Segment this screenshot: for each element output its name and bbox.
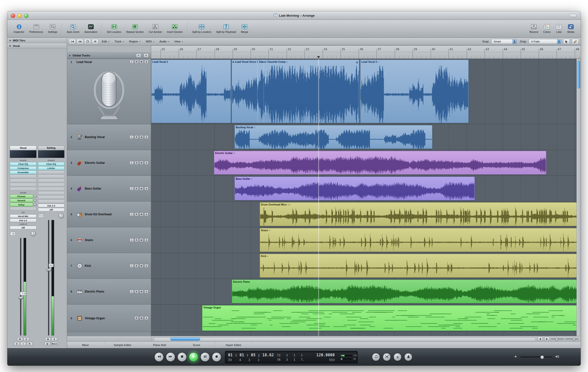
tab-piano-roll[interactable]: Piano Roll — [141, 342, 178, 348]
solo-button[interactable]: S — [144, 316, 148, 320]
record-button[interactable] — [212, 352, 221, 362]
track-header-backing-vocal[interactable]: 2Backing VocalIRMS — [67, 124, 151, 150]
solo-button[interactable]: S — [144, 238, 148, 242]
region-snare[interactable]: Snare ○ — [260, 228, 576, 252]
track-lane-snare[interactable]: Snare ○ — [151, 227, 576, 253]
volume-slider-thumb[interactable] — [540, 355, 544, 359]
horizontal-scrollbar-thumb[interactable] — [170, 337, 200, 341]
insert-slot-empty[interactable] — [10, 183, 37, 187]
vertical-scrollbar-thumb[interactable] — [577, 61, 580, 89]
vertical-scrollbar[interactable] — [576, 59, 581, 336]
volume-slider[interactable] — [520, 357, 552, 358]
pointer-tool-button[interactable] — [563, 39, 570, 44]
input-monitor-button[interactable]: I — [130, 213, 134, 216]
region-backing-vocal[interactable]: Backing Vocal ○ — [234, 125, 432, 149]
toolbar-button-bounce[interactable]: Bounce — [527, 23, 541, 35]
scroll-left-button[interactable] — [538, 337, 543, 341]
track-lane-bass-guitar[interactable]: Bass Guitar ○ — [151, 176, 576, 202]
midi-in-button[interactable] — [84, 39, 91, 44]
input-monitor-button[interactable]: I — [130, 187, 134, 191]
toolbar-button-settings[interactable]: Settings — [46, 23, 60, 35]
toolbar-button-split-by-playhead[interactable]: Split by Playhead — [214, 23, 238, 35]
track-header-drum-kit-overhead[interactable]: 5Drum Kit OverheadIRMS — [67, 202, 151, 227]
send-slot-empty[interactable] — [38, 195, 65, 199]
mute-button[interactable]: M — [139, 290, 144, 294]
record-enable-button[interactable]: R — [135, 135, 139, 139]
strip-button-s[interactable]: S — [24, 337, 29, 341]
playhead-marker[interactable] — [317, 56, 320, 58]
menu-region[interactable]: Region▼ — [127, 38, 143, 45]
send-slot-phones[interactable]: Phones — [10, 194, 33, 198]
insert-slot-ensemble[interactable]: Ensemble — [10, 170, 37, 174]
solo-button[interactable]: S — [144, 264, 148, 268]
pan-knob[interactable] — [59, 213, 64, 218]
strip-button-m[interactable]: M — [17, 337, 23, 341]
track-lane-drum-kit-overhead[interactable]: Drum Overhead Mics ○○ — [151, 202, 576, 227]
horizontal-scrollbar[interactable] — [154, 337, 536, 341]
tab-mixer[interactable]: Mixer — [67, 342, 104, 348]
menu-audio[interactable]: Audio▼ — [157, 38, 172, 45]
drag-select[interactable]: X-Fade — [529, 39, 561, 44]
toolbar-button-preferences[interactable]: Preferences — [27, 23, 46, 35]
insert-slot-empty[interactable] — [10, 179, 37, 182]
solo-button[interactable]: S — [144, 135, 148, 139]
menu-midi[interactable]: MIDI▼ — [143, 38, 157, 45]
toolbar-button-insert-section[interactable]: Insert Section — [164, 23, 185, 35]
fader-value[interactable]: 0.0 — [49, 264, 54, 267]
autopunch-button[interactable] — [383, 353, 391, 361]
record-enable-button[interactable]: R — [135, 60, 139, 64]
stop-button[interactable] — [177, 352, 187, 362]
track-lane-vintage-organ[interactable]: Vintage Organ — [151, 305, 576, 332]
input-monitor-button[interactable]: I — [130, 60, 134, 64]
play-button[interactable] — [189, 352, 198, 362]
inspector-disclosure-vocal[interactable]: ▶Vocal — [7, 43, 67, 49]
input-monitor-button[interactable]: I — [130, 290, 134, 294]
region-lead-vocal-verse-1-takes-favorite-comp[interactable]: ▶Lead Vocal Verse 1 Takes: Favorite Comp… — [232, 60, 359, 123]
record-enable-button[interactable]: R — [135, 161, 139, 165]
locators-display[interactable]: 72 1 1 1 76 3 1 7. — [274, 351, 307, 363]
toolbar-button-merge[interactable]: Merge — [238, 23, 251, 35]
pause-button[interactable] — [200, 352, 210, 362]
insert-slot-empty[interactable] — [10, 187, 37, 191]
insert-slot-empty[interactable] — [38, 179, 65, 182]
solo-button[interactable]: S — [144, 161, 148, 165]
tab-hyper-editor[interactable]: Hyper Editor — [215, 342, 252, 348]
bar-ruler[interactable] — [151, 45, 581, 59]
channel-strip-tab-setting[interactable]: Setting — [38, 146, 65, 150]
toolbar-button-lists[interactable]: Lists — [553, 23, 565, 35]
record-enable-button[interactable]: R — [135, 213, 139, 216]
tempo-display[interactable]: 120.0000 553 — [307, 351, 338, 363]
track-lane-electric-piano[interactable]: Electric Piano — [151, 279, 576, 305]
io-slot-out-1-2[interactable]: Out 1-2 — [10, 218, 37, 222]
mute-button[interactable]: M — [139, 213, 144, 216]
metronome-button[interactable] — [404, 353, 412, 361]
mute-button[interactable]: M — [139, 161, 144, 165]
track-header-electric-guitar[interactable]: 3Electric GuitarIRMS — [67, 150, 151, 176]
pan-knob[interactable] — [31, 231, 36, 236]
close-button[interactable] — [11, 13, 15, 18]
track-header-vintage-organ[interactable]: 9Vintage OrganRMS — [67, 305, 151, 332]
menu-edit[interactable]: Edit▼ — [99, 38, 112, 45]
fader-value[interactable]: -7.9 — [20, 292, 26, 295]
mute-button[interactable]: M — [139, 238, 144, 242]
toolbar-button-colors[interactable]: Colors — [541, 23, 553, 35]
global-tracks-bar[interactable]: ▶ Global Tracks + + — [67, 52, 151, 59]
pencil-tool-button[interactable] — [572, 39, 579, 44]
track-header-lead-vocal[interactable]: 1Lead VocalIRMS — [67, 59, 151, 124]
input-monitor-button[interactable]: I — [130, 161, 134, 165]
link-mode-button[interactable] — [77, 39, 83, 44]
gear-icon[interactable] — [356, 60, 358, 65]
track-header-electric-piano[interactable]: 8Electric PianoIRMS — [67, 279, 151, 305]
solo-button[interactable]: S — [144, 187, 148, 191]
track-header-bass-guitar[interactable]: 4Bass GuitarIRMS — [67, 176, 151, 202]
send-knob[interactable] — [34, 195, 37, 198]
input-monitor-button[interactable]: I — [130, 135, 134, 139]
send-knob[interactable] — [34, 203, 37, 206]
menu-track[interactable]: Track▼ — [112, 38, 127, 45]
toolbar-button-set-locators[interactable]: Set Locators — [104, 23, 124, 35]
output-slot-off[interactable]: Off — [38, 208, 65, 212]
insert-slot-empty[interactable] — [10, 175, 37, 178]
output-slot-off[interactable]: Off — [10, 226, 37, 230]
toolbar-button-media[interactable]: Media — [565, 23, 577, 35]
toolbar-button-auto-zoom[interactable]: Auto Zoom — [64, 23, 82, 35]
